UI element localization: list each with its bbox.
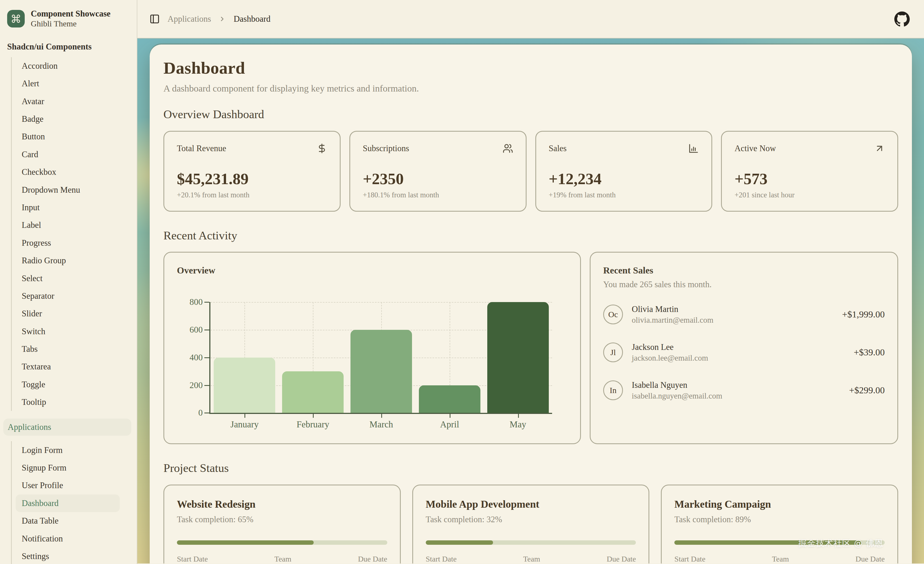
sale-amount: +$1,999.00 [842, 309, 885, 320]
sidebar-item-component[interactable]: Accordion [12, 57, 137, 75]
meta-label: Team [509, 555, 555, 564]
sidebar-item-component[interactable]: Button [12, 128, 137, 145]
breadcrumb-parent[interactable]: Applications [168, 14, 211, 24]
stat-note: +201 since last hour [735, 191, 885, 199]
sale-list-item: Oc Olivia Martin olivia.martin@email.com… [603, 304, 885, 325]
avatar: Jl [603, 343, 623, 362]
project-meta: Start Date January Team Design Due Date … [177, 555, 387, 564]
sidebar-item-component[interactable]: Label [12, 216, 137, 234]
project-name: Mobile App Development [426, 498, 636, 510]
sidebar-item-component[interactable]: Textarea [12, 358, 137, 376]
y-axis-tick [204, 357, 209, 358]
sidebar-item-application[interactable]: Settings [12, 547, 137, 564]
sale-name: Isabella Nguyen [632, 380, 722, 390]
progress-bar-fill [177, 540, 314, 545]
meta-label: Start Date [426, 555, 457, 564]
sidebar-item-application[interactable]: User Profile [12, 477, 137, 494]
stat-card-sales: Sales +12,234 +19% from last month [536, 131, 712, 212]
sidebar-item-component[interactable]: Slider [12, 305, 137, 322]
sidebar-item-component[interactable]: Separator [12, 287, 137, 305]
avatar-initials: Oc [608, 310, 618, 319]
sidebar-item-label: Textarea [22, 362, 51, 371]
page-title: Dashboard [164, 58, 898, 78]
x-axis-labels: JanuaryFebruaryMarchAprilMay [210, 420, 552, 430]
sidebar-item-component[interactable]: Input [12, 199, 137, 216]
bar-january [214, 358, 275, 413]
sidebar-item-component[interactable]: Badge [12, 110, 137, 128]
sidebar-item-application[interactable]: Data Table [12, 512, 137, 529]
panel-left-icon [149, 14, 160, 24]
dollar-sign-icon [317, 143, 327, 153]
github-link[interactable] [894, 11, 910, 27]
sidebar-item-label: Settings [22, 551, 49, 561]
app-subtitle: Ghibli Theme [31, 19, 110, 29]
sidebar-item-component[interactable]: Alert [12, 75, 137, 92]
sale-list-item: Jl Jackson Lee jackson.lee@email.com +$3… [603, 342, 885, 362]
users-icon [502, 143, 513, 153]
command-logo [7, 10, 25, 27]
sidebar-item-application[interactable]: Signup Form [12, 459, 137, 477]
sale-amount: +$299.00 [849, 385, 885, 396]
avatar: Oc [603, 305, 623, 324]
sale-list-item: In Isabella Nguyen isabella.nguyen@email… [603, 380, 885, 400]
sidebar-item-component[interactable]: Radio Group [12, 252, 137, 269]
y-axis-tick [204, 329, 209, 330]
sidebar-item-component[interactable]: Tooltip [12, 393, 137, 411]
y-axis-tick [204, 302, 209, 302]
sidebar-item-component[interactable]: Toggle [12, 376, 137, 393]
sidebar-item-component[interactable]: Checkbox [12, 163, 137, 181]
sidebar-item-label: User Profile [22, 480, 63, 490]
project-card: Website Redesign Task completion: 65% St… [164, 484, 401, 564]
sidebar-section-applications[interactable]: Applications [3, 419, 131, 436]
x-axis-tick [313, 414, 314, 418]
command-icon [11, 14, 21, 24]
sidebar-toggle-button[interactable] [149, 14, 160, 24]
project-card: Mobile App Development Task completion: … [412, 484, 650, 564]
sidebar-item-label: Toggle [22, 380, 45, 390]
stat-title: Total Revenue [177, 143, 226, 153]
sidebar-item-component[interactable]: Progress [12, 234, 137, 252]
bar-chart: 0200400600800 [177, 302, 567, 414]
sidebar-item-label: Notification [22, 534, 63, 544]
project-completion-label: Task completion: 65% [177, 514, 387, 525]
sidebar-item-label: Accordion [22, 61, 58, 71]
github-icon [894, 11, 910, 27]
content-canvas: Dashboard A dashboard component for disp… [137, 39, 924, 564]
sidebar-item-label: Tooltip [22, 397, 46, 407]
sidebar-item-label: Switch [22, 326, 45, 337]
stat-note: +20.1% from last month [177, 191, 327, 199]
meta-start: Start Date May [674, 555, 705, 564]
bar-february [282, 371, 344, 413]
app-window: Component Showcase Ghibli Theme Shadcn/u… [0, 0, 924, 564]
sidebar-item-component[interactable]: Tabs [12, 340, 137, 358]
sidebar-item-application[interactable]: Notification [12, 529, 137, 547]
stat-value: +573 [735, 170, 885, 188]
sidebar-item-label: Button [22, 132, 45, 141]
sale-email: isabella.nguyen@email.com [632, 391, 722, 400]
stat-value: $45,231.89 [177, 170, 327, 188]
sidebar-item-component[interactable]: Dropdown Menu [12, 181, 137, 199]
sidebar-item-component[interactable]: Switch [12, 323, 137, 340]
stat-value: +12,234 [549, 170, 699, 188]
sidebar-item-application[interactable]: Dashboard [16, 495, 120, 512]
sidebar-item-application[interactable]: Login Form [12, 441, 137, 459]
recent-sales-card: Recent Sales You made 265 sales this mon… [590, 252, 898, 444]
stat-title: Active Now [735, 143, 776, 153]
avatar-initials: Jl [610, 348, 616, 357]
x-axis-tick-label: February [279, 420, 347, 430]
sale-email: jackson.lee@email.com [632, 353, 708, 362]
sidebar-item-component[interactable]: Avatar [12, 92, 137, 110]
sidebar-item-label: Alert [22, 78, 39, 89]
components-section-caption: Shadcn/ui Components [7, 42, 137, 52]
project-name: Website Redesign [177, 498, 387, 510]
sidebar-item-component[interactable]: Select [12, 269, 137, 287]
stat-title: Subscriptions [363, 143, 409, 153]
overview-chart-card: Overview 0200400600800 JanuaryFebruaryMa… [164, 252, 581, 444]
sidebar-item-component[interactable]: Card [12, 146, 137, 163]
meta-due: Due Date August [855, 555, 885, 564]
bar-march [351, 330, 412, 413]
y-axis-tick-label: 400 [189, 352, 203, 362]
meta-start: Start Date February [426, 555, 457, 564]
bar-chart-icon [688, 143, 699, 153]
dashboard-sheet: Dashboard A dashboard component for disp… [150, 45, 912, 564]
